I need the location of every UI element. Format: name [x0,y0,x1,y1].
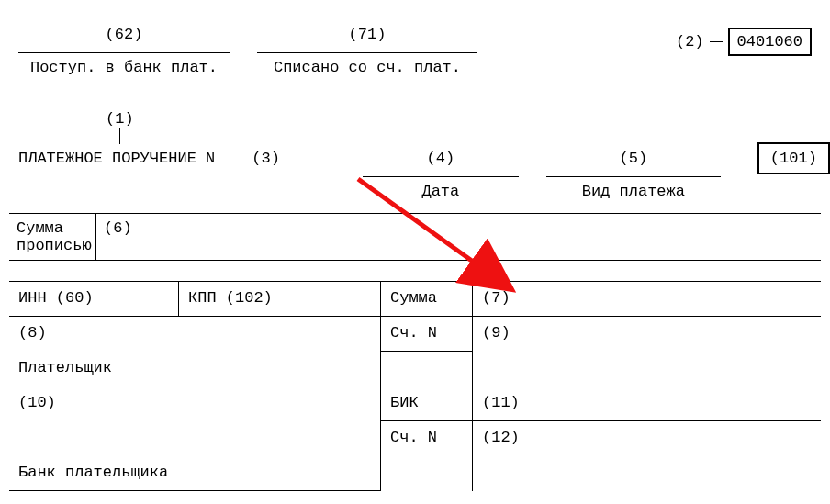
code-12-cell: (12) [473,421,821,456]
box-101: (101) [757,142,830,174]
label-bik-cell: БИК [381,386,473,421]
code-3: (3) [252,150,280,167]
label-sum-cell: Сумма [381,282,473,317]
kpp-cell: КПП (102) [179,282,381,317]
document-title: ПЛАТЕЖНОЕ ПОРУЧЕНИЕ N [18,150,215,167]
label-payer-cell: Плательщик [9,352,381,386]
code-62: (62) [18,26,230,53]
blank-cell-1 [381,352,473,386]
paytype-field: (5) Вид платежа [546,150,721,200]
code-5: (5) [546,150,721,177]
code-2: (2) [676,33,704,50]
document-title-line: ПЛАТЕЖНОЕ ПОРУЧЕНИЕ N (3) (4) Дата (5) В… [18,142,830,200]
field-written-off: (71) Списано со сч. плат. [257,26,477,76]
inn-cell: ИНН (60) [9,282,179,317]
label-received-in-bank: Поступ. в банк плат. [30,53,218,76]
label-paytype: Вид платежа [582,177,685,200]
label-written-off: Списано со сч. плат. [274,53,461,76]
blank-cell-4 [381,456,473,491]
code-10-cell: (10) [9,386,381,421]
code-9-cell: (9) [473,317,821,352]
code-6: (6) [96,214,821,260]
sum-in-words-row: Сумма прописью (6) [9,213,821,261]
label-payer-bank-cell: Банк плательщика [9,456,381,491]
field-received-in-bank: (62) Поступ. в банк плат. [18,26,230,76]
label-acct-cell-1: Сч. N [381,317,473,352]
payer-grid: ИНН (60) КПП (102) Сумма (7) (8) Сч. N (… [9,281,821,491]
label-acct-cell-2: Сч. N [381,421,473,456]
code-71: (71) [257,26,477,53]
blank-cell-3 [9,421,381,456]
code-4: (4) [363,150,519,177]
blank-cell-5 [473,456,821,491]
dash-icon [710,41,723,42]
form-number-group: (2) 0401060 [676,28,830,76]
code-7-cell: (7) [473,282,821,317]
date-field: (4) Дата [363,150,519,200]
blank-cell-2 [473,352,821,386]
vertical-tick-icon [119,128,120,144]
code-8-cell: (8) [9,317,381,352]
code-1-marker: (1) [106,110,134,144]
code-11-cell: (11) [473,386,821,421]
code-1: (1) [106,110,134,128]
label-sum-in-words: Сумма прописью [9,214,96,260]
form-number-box: 0401060 [728,28,812,56]
label-date: Дата [421,177,459,200]
